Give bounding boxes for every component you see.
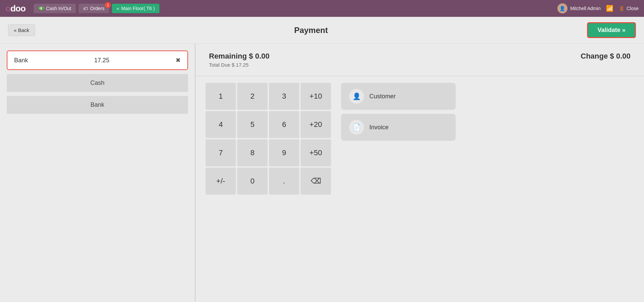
numpad: 123+10456+20789+50+/-0.⌫ bbox=[206, 83, 331, 195]
page-title: Payment bbox=[35, 26, 587, 35]
payment-option-cash[interactable]: Cash bbox=[7, 74, 188, 92]
close-button[interactable]: 🚪 Close bbox=[619, 6, 639, 11]
cash-option-label: Cash bbox=[90, 79, 104, 86]
main-content: « Back Payment Validate » Bank 17.25 ✖ C… bbox=[0, 17, 644, 302]
numpad-key-plusslash-[interactable]: +/- bbox=[206, 168, 236, 195]
summary-section: Remaining $ 0.00 Total Due $ 17.25 Chang… bbox=[195, 44, 644, 76]
total-due: Total Due $ 17.25 bbox=[209, 62, 270, 68]
left-panel: Bank 17.25 ✖ Cash Bank bbox=[0, 44, 195, 302]
cash-inout-button[interactable]: 💵 Cash In/Out bbox=[34, 4, 76, 13]
wifi-icon: 📶 bbox=[606, 5, 613, 12]
selected-payment-method[interactable]: Bank 17.25 ✖ bbox=[7, 51, 188, 70]
numpad-key-0[interactable]: 0 bbox=[237, 168, 268, 195]
numpad-key-dot[interactable]: . bbox=[269, 168, 299, 195]
selected-method-amount: 17.25 bbox=[94, 57, 109, 64]
customer-icon: 👤 bbox=[349, 89, 364, 104]
orders-icon: 🏷 bbox=[83, 6, 88, 11]
avatar: 👤 bbox=[557, 3, 568, 13]
nav-right: 👤 Mitchell Admin 📶 🚪 Close bbox=[557, 3, 639, 13]
bank-option-label: Bank bbox=[90, 101, 104, 108]
numpad-key-⌫[interactable]: ⌫ bbox=[301, 168, 331, 195]
floor-button[interactable]: « Main Floor( T6 ) bbox=[112, 4, 159, 13]
body-area: Bank 17.25 ✖ Cash Bank Remaining $ 0.00 bbox=[0, 44, 644, 302]
numpad-key-6[interactable]: 6 bbox=[269, 111, 299, 138]
invoice-label: Invoice bbox=[369, 124, 389, 131]
lower-section: 123+10456+20789+50+/-0.⌫ 👤 Customer 📄 In… bbox=[195, 76, 644, 302]
payment-option-bank[interactable]: Bank bbox=[7, 96, 188, 114]
numpad-key-plus20[interactable]: +20 bbox=[301, 111, 331, 138]
validate-button[interactable]: Validate » bbox=[587, 22, 636, 38]
odoo-logo: odoo bbox=[5, 3, 26, 14]
numpad-key-9[interactable]: 9 bbox=[269, 139, 299, 166]
remove-payment-icon[interactable]: ✖ bbox=[176, 57, 181, 64]
user-name: Mitchell Admin bbox=[570, 6, 601, 11]
right-panel: Remaining $ 0.00 Total Due $ 17.25 Chang… bbox=[195, 44, 644, 302]
invoice-button[interactable]: 📄 Invoice bbox=[341, 114, 456, 141]
numpad-key-4[interactable]: 4 bbox=[206, 111, 236, 138]
remaining-label: Remaining $ 0.00 bbox=[209, 52, 270, 61]
numpad-key-2[interactable]: 2 bbox=[237, 83, 268, 110]
header-bar: « Back Payment Validate » bbox=[0, 17, 644, 44]
numpad-key-8[interactable]: 8 bbox=[237, 139, 268, 166]
action-buttons: 👤 Customer 📄 Invoice bbox=[341, 83, 456, 141]
orders-button[interactable]: 🏷 Orders 1 bbox=[79, 4, 109, 13]
numpad-key-plus50[interactable]: +50 bbox=[301, 139, 331, 166]
numpad-key-3[interactable]: 3 bbox=[269, 83, 299, 110]
user-area[interactable]: 👤 Mitchell Admin bbox=[557, 3, 601, 13]
close-label: Close bbox=[626, 6, 639, 11]
cash-icon: 💵 bbox=[38, 6, 44, 11]
close-icon: 🚪 bbox=[619, 6, 624, 11]
orders-badge: 1 bbox=[105, 2, 111, 8]
numpad-key-7[interactable]: 7 bbox=[206, 139, 236, 166]
floor-label: Main Floor( T6 ) bbox=[121, 6, 155, 11]
customer-label: Customer bbox=[369, 93, 396, 100]
invoice-icon: 📄 bbox=[349, 120, 364, 135]
cash-inout-label: Cash In/Out bbox=[46, 6, 71, 11]
numpad-key-plus10[interactable]: +10 bbox=[301, 83, 331, 110]
numpad-key-1[interactable]: 1 bbox=[206, 83, 236, 110]
orders-label: Orders bbox=[90, 6, 104, 11]
top-navigation: odoo 💵 Cash In/Out 🏷 Orders 1 « Main Flo… bbox=[0, 0, 644, 17]
customer-button[interactable]: 👤 Customer bbox=[341, 83, 456, 110]
back-button[interactable]: « Back bbox=[8, 24, 35, 36]
floor-icon: « bbox=[117, 6, 119, 11]
numpad-key-5[interactable]: 5 bbox=[237, 111, 268, 138]
change-block: Change $ 0.00 bbox=[581, 52, 631, 61]
remaining-block: Remaining $ 0.00 Total Due $ 17.25 bbox=[209, 52, 270, 68]
selected-method-name: Bank bbox=[14, 57, 28, 64]
